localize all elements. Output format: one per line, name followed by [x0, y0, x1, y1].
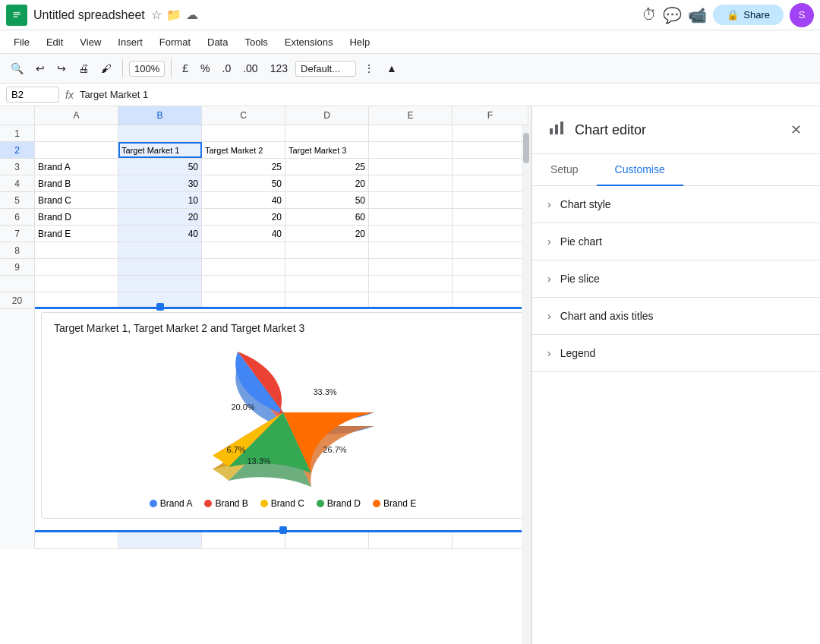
menu-extensions[interactable]: Extensions — [277, 33, 341, 51]
cell-a4[interactable]: Brand B — [35, 175, 118, 191]
redo-button[interactable]: ↪ — [52, 59, 71, 77]
decimal-increase-button[interactable]: .00 — [238, 59, 262, 77]
history-button[interactable]: ⏱ — [642, 6, 657, 24]
section-header-chart-axis-titles[interactable]: › Chart and axis titles — [532, 298, 820, 334]
cell-d6[interactable]: 60 — [285, 209, 369, 225]
vertical-scrollbar[interactable] — [522, 125, 531, 644]
video-button[interactable]: 📹 — [688, 6, 707, 24]
menu-help[interactable]: Help — [342, 33, 377, 51]
col-header-e[interactable]: E — [369, 106, 453, 125]
section-header-pie-chart[interactable]: › Pie chart — [532, 223, 820, 260]
cell-e4[interactable] — [369, 175, 453, 191]
row-num-9[interactable]: 9 — [0, 259, 34, 276]
section-header-chart-style[interactable]: › Chart style — [532, 186, 820, 223]
cell-c6[interactable]: 20 — [202, 209, 285, 225]
cell-a1[interactable] — [35, 125, 118, 141]
cell-b6[interactable]: 20 — [118, 209, 202, 225]
menu-format[interactable]: Format — [152, 33, 198, 51]
collapse-button[interactable]: ▲ — [382, 59, 402, 77]
cell-e7[interactable] — [369, 226, 453, 242]
tab-setup[interactable]: Setup — [532, 154, 597, 186]
drag-handle-bottom[interactable] — [156, 303, 164, 311]
col-header-b[interactable]: B — [118, 106, 202, 125]
search-button[interactable]: 🔍 — [6, 59, 28, 77]
cell-b4[interactable]: 30 — [118, 175, 202, 191]
cell-d1[interactable] — [285, 125, 369, 141]
undo-button[interactable]: ↩ — [31, 59, 49, 77]
menu-file[interactable]: File — [6, 33, 37, 51]
font-selector[interactable]: Default... — [295, 61, 356, 77]
zoom-control[interactable]: 100% — [129, 61, 165, 77]
more-button[interactable]: ⋮ — [359, 59, 379, 77]
menu-data[interactable]: Data — [200, 33, 235, 51]
cell-d4[interactable]: 20 — [285, 175, 369, 191]
cell-c5[interactable]: 40 — [202, 192, 285, 208]
cell-f3[interactable] — [453, 159, 528, 175]
row-num-8[interactable]: 8 — [0, 242, 34, 259]
cell-a6[interactable]: Brand D — [35, 209, 118, 225]
print-button[interactable]: 🖨 — [74, 59, 93, 77]
col-header-f[interactable]: F — [453, 106, 528, 125]
chat-button[interactable]: 💬 — [663, 6, 682, 24]
cell-c8[interactable] — [202, 242, 285, 258]
row-num-5[interactable]: 5 — [0, 192, 34, 209]
drag-handle-chart-bottom[interactable] — [279, 526, 287, 534]
embedded-chart[interactable]: Target Market 1, Target Market 2 and Tar… — [41, 312, 525, 519]
cell-f8[interactable] — [453, 242, 528, 258]
cell-d2[interactable]: Target Market 3 — [285, 142, 369, 158]
cell-b5[interactable]: 10 — [118, 192, 202, 208]
avatar[interactable]: S — [790, 3, 814, 27]
cell-b7[interactable]: 40 — [118, 226, 202, 242]
cell-d8[interactable] — [285, 242, 369, 258]
col-header-a[interactable]: A — [35, 106, 118, 125]
cell-d7[interactable]: 20 — [285, 226, 369, 242]
cell-a5[interactable]: Brand C — [35, 192, 118, 208]
folder-icon[interactable]: 📁 — [166, 8, 181, 22]
cell-f6[interactable] — [453, 209, 528, 225]
cell-e8[interactable] — [369, 242, 453, 258]
cell-f2[interactable] — [453, 142, 528, 158]
cell-e2[interactable] — [369, 142, 453, 158]
cell-d5[interactable]: 50 — [285, 192, 369, 208]
cell-f7[interactable] — [453, 226, 528, 242]
col-header-d[interactable]: D — [285, 106, 369, 125]
row-num-3[interactable]: 3 — [0, 159, 34, 175]
cell-d3[interactable]: 25 — [285, 159, 369, 175]
cell-c2[interactable]: Target Market 2 — [202, 142, 285, 158]
row-num-2[interactable]: 2 — [0, 142, 34, 159]
section-header-legend[interactable]: › Legend — [532, 335, 820, 371]
cell-a9[interactable] — [35, 259, 118, 275]
menu-view[interactable]: View — [72, 33, 109, 51]
cloud-icon[interactable]: ☁ — [186, 8, 198, 22]
cell-f9[interactable] — [453, 259, 528, 275]
row-num-10[interactable] — [0, 276, 34, 292]
star-icon[interactable]: ☆ — [151, 8, 162, 22]
cell-c1[interactable] — [202, 125, 285, 141]
cell-b2[interactable]: Target Market 1 — [118, 142, 202, 158]
cell-c9[interactable] — [202, 259, 285, 275]
cell-e3[interactable] — [369, 159, 453, 175]
cell-e1[interactable] — [369, 125, 453, 141]
cell-d9[interactable] — [285, 259, 369, 275]
cell-b1[interactable] — [118, 125, 202, 141]
paint-format-button[interactable]: 🖌 — [96, 59, 116, 77]
col-header-c[interactable]: C — [202, 106, 285, 125]
row-num-6[interactable]: 6 — [0, 209, 34, 226]
currency-button[interactable]: £ — [178, 59, 193, 77]
cell-a8[interactable] — [35, 242, 118, 258]
menu-insert[interactable]: Insert — [110, 33, 150, 51]
row-num-4[interactable]: 4 — [0, 175, 34, 192]
scroll-thumb[interactable] — [523, 133, 529, 163]
tab-customise[interactable]: Customise — [597, 154, 683, 186]
section-header-pie-slice[interactable]: › Pie slice — [532, 260, 820, 297]
share-button[interactable]: 🔒 Share — [713, 5, 784, 25]
editor-close-button[interactable]: ✕ — [787, 118, 805, 141]
cell-a7[interactable]: Brand E — [35, 226, 118, 242]
menu-tools[interactable]: Tools — [237, 33, 275, 51]
cell-b9[interactable] — [118, 259, 202, 275]
cell-c3[interactable]: 25 — [202, 159, 285, 175]
row-num-7[interactable]: 7 — [0, 226, 34, 242]
cell-b3[interactable]: 50 — [118, 159, 202, 175]
number-format-button[interactable]: 123 — [266, 59, 292, 77]
cell-c4[interactable]: 50 — [202, 175, 285, 191]
